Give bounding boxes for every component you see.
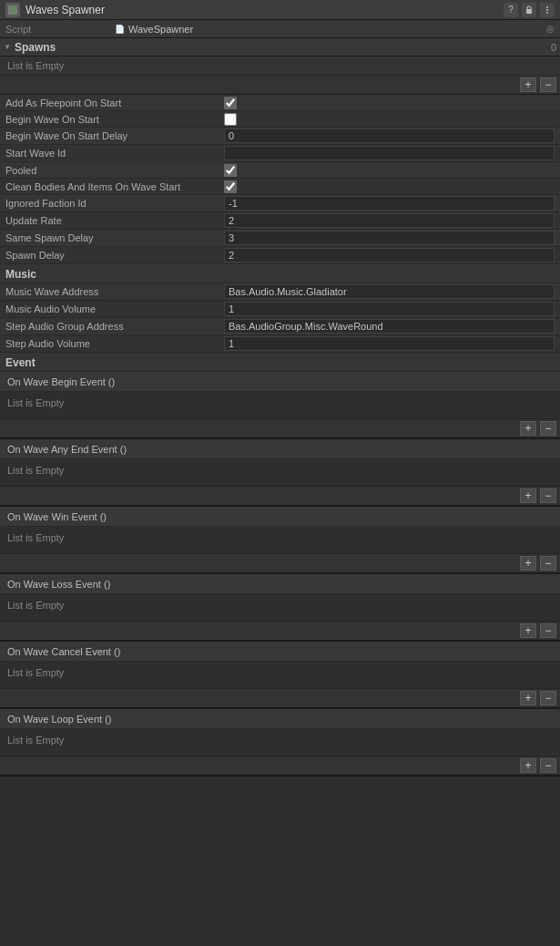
svg-point-3 (546, 6, 548, 8)
event-title-loss: On Wave Loss Event () (7, 579, 110, 590)
app-icon (5, 3, 20, 17)
event-title-row-any-end: On Wave Any End Event () (0, 439, 560, 459)
prop-label-begin-wave-delay: Begin Wave On Start Delay (5, 130, 224, 141)
prop-input-step-audio-volume[interactable] (224, 336, 555, 351)
event-block-loss: On Wave Loss Event () List is Empty + − (0, 574, 560, 642)
event-list-empty-loop: List is Empty (0, 729, 560, 756)
prop-label-same-spawn-delay: Same Spawn Delay (5, 232, 224, 243)
event-begin-remove-button[interactable]: − (540, 421, 556, 436)
prop-row: Same Spawn Delay (0, 230, 560, 247)
menu-button[interactable] (540, 3, 555, 17)
event-title-loop: On Wave Loop Event () (7, 714, 112, 725)
prop-label-music-audio-volume: Music Audio Volume (5, 303, 224, 314)
event-loop-add-button[interactable]: + (520, 758, 536, 773)
svg-rect-1 (10, 7, 15, 13)
event-title-win: On Wave Win Event () (7, 511, 107, 522)
prop-label-pooled: Pooled (5, 165, 224, 176)
prop-row: Spawn Delay (0, 247, 560, 264)
event-any-end-add-button[interactable]: + (520, 488, 536, 503)
svg-point-5 (546, 12, 548, 14)
spawns-add-button[interactable]: + (520, 77, 536, 92)
event-cancel-pm-bar: + − (0, 689, 560, 708)
event-list-empty-any-end: List is Empty (0, 459, 560, 487)
prop-label-spawn-delay: Spawn Delay (5, 250, 224, 261)
spawns-remove-button[interactable]: − (540, 77, 556, 92)
prop-label-clean-bodies: Clean Bodies And Items On Wave Start (5, 181, 224, 192)
prop-input-start-wave-id[interactable] (224, 146, 555, 160)
svg-point-4 (546, 9, 548, 11)
spawns-arrow-icon: ▼ (4, 43, 11, 51)
spawns-list-empty: List is Empty (0, 57, 560, 76)
prop-row: Add As Fleepoint On Start (0, 95, 560, 111)
script-value: 📄 WaveSpawner (115, 24, 546, 35)
prop-input-music-audio-volume[interactable] (224, 302, 555, 316)
event-section-label: Event (0, 353, 560, 372)
event-win-add-button[interactable]: + (520, 556, 536, 571)
prop-label-add-as-fleepoint: Add As Fleepoint On Start (5, 98, 224, 108)
event-title-row-loss: On Wave Loss Event () (0, 574, 560, 594)
event-block-loop: On Wave Loop Event () List is Empty + − (0, 709, 560, 776)
music-section-label: Music (5, 268, 36, 281)
prop-input-step-audio-group[interactable] (224, 319, 555, 334)
help-button[interactable]: ? (504, 3, 518, 17)
prop-input-spawn-delay[interactable] (224, 248, 555, 262)
title-bar: Waves Spawner ? (0, 0, 560, 20)
event-title-row-loop: On Wave Loop Event () (0, 709, 560, 729)
event-any-end-remove-button[interactable]: − (540, 488, 556, 503)
prop-label-ignored-faction: Ignored Faction Id (5, 198, 224, 209)
prop-input-same-spawn-delay[interactable] (224, 231, 555, 245)
event-loss-add-button[interactable]: + (520, 623, 536, 638)
prop-row: Start Wave Id (0, 145, 560, 162)
spawns-section-header[interactable]: ▼ Spawns 0 (0, 38, 560, 57)
event-title-begin: On Wave Begin Event () (7, 376, 115, 387)
event-block-cancel: On Wave Cancel Event () List is Empty + … (0, 642, 560, 709)
prop-row: Ignored Faction Id (0, 195, 560, 212)
prop-row: Begin Wave On Start Delay (0, 128, 560, 145)
prop-row: Pooled (0, 162, 560, 179)
event-cancel-add-button[interactable]: + (520, 691, 536, 705)
window-title: Waves Spawner (25, 4, 504, 16)
event-win-remove-button[interactable]: − (540, 556, 556, 571)
spawns-count: 0 (551, 42, 556, 53)
event-block-begin: On Wave Begin Event () List is Empty + − (0, 372, 560, 439)
event-block-win: On Wave Win Event () List is Empty + − (0, 507, 560, 574)
script-filename: WaveSpawner (128, 24, 193, 35)
prop-label-music-wave-address: Music Wave Address (5, 286, 224, 297)
event-any-end-pm-bar: + − (0, 487, 560, 506)
lock-button[interactable] (522, 3, 536, 17)
prop-input-begin-wave-delay[interactable] (224, 129, 555, 143)
prop-checkbox-clean-bodies[interactable] (224, 180, 237, 193)
prop-label-step-audio-group: Step Audio Group Address (5, 321, 224, 332)
prop-input-ignored-faction[interactable] (224, 196, 555, 211)
prop-checkbox-begin-wave-on-start[interactable] (224, 113, 237, 126)
event-title-any-end: On Wave Any End Event () (7, 444, 127, 455)
event-begin-pm-bar: + − (0, 419, 560, 438)
script-file-icon: 📄 (115, 25, 125, 34)
prop-input-update-rate[interactable] (224, 213, 555, 228)
prop-input-music-wave-address[interactable] (224, 284, 555, 299)
svg-rect-2 (526, 9, 532, 14)
title-bar-actions: ? (504, 3, 555, 17)
event-begin-add-button[interactable]: + (520, 421, 536, 436)
script-end-icon: ◎ (546, 24, 555, 34)
prop-checkbox-add-as-fleepoint[interactable] (224, 97, 237, 109)
prop-checkbox-pooled[interactable] (224, 164, 237, 177)
music-section-divider: Music (0, 264, 560, 283)
music-properties-area: Music Wave Address Music Audio Volume St… (0, 283, 560, 353)
prop-label-update-rate: Update Rate (5, 215, 224, 226)
event-title-cancel: On Wave Cancel Event () (7, 646, 120, 657)
event-cancel-remove-button[interactable]: − (540, 691, 556, 705)
event-title-row-win: On Wave Win Event () (0, 507, 560, 527)
prop-row: Update Rate (0, 212, 560, 230)
event-win-pm-bar: + − (0, 554, 560, 573)
event-loss-remove-button[interactable]: − (540, 623, 556, 638)
event-loop-remove-button[interactable]: − (540, 758, 556, 773)
event-loss-pm-bar: + − (0, 622, 560, 641)
prop-label-begin-wave-on-start: Begin Wave On Start (5, 114, 224, 125)
event-title-row-cancel: On Wave Cancel Event () (0, 642, 560, 662)
script-label: Script (5, 24, 115, 35)
event-title-row-begin: On Wave Begin Event () (0, 372, 560, 392)
prop-row: Begin Wave On Start (0, 111, 560, 128)
event-list-empty-cancel: List is Empty (0, 662, 560, 689)
prop-row: Music Audio Volume (0, 301, 560, 318)
